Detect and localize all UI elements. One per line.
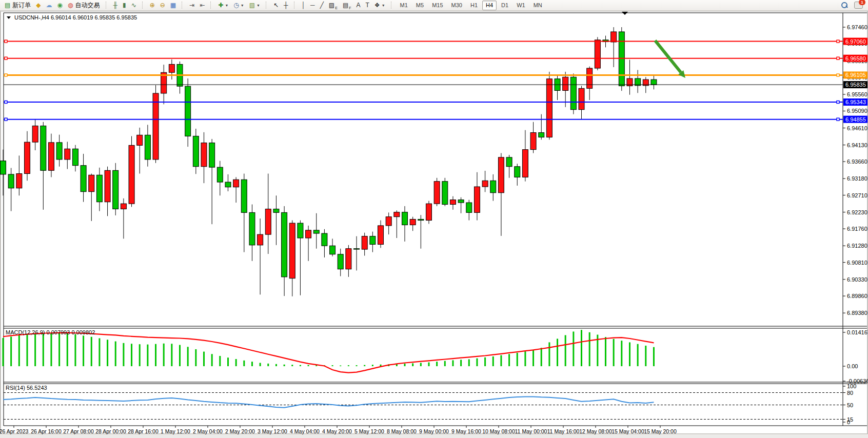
candle: [48, 143, 54, 170]
cloud-icon: ☁: [46, 1, 52, 10]
candle: [522, 150, 528, 177]
crosshair-button[interactable]: ┼: [281, 1, 291, 10]
line-chart-icon: ∿: [131, 1, 136, 10]
candle: [8, 174, 14, 188]
timeframe-m1[interactable]: M1: [397, 1, 411, 10]
text-label-button[interactable]: T: [363, 1, 372, 10]
chart-area[interactable]: 6.974606.969906.965106.960406.955606.950…: [0, 11, 868, 438]
text-button[interactable]: A: [354, 1, 363, 10]
chart-shift-button[interactable]: ⇤: [197, 1, 207, 10]
indicators-button[interactable]: ✚▼: [215, 1, 231, 10]
candle: [72, 149, 78, 165]
search-icon[interactable]: [841, 2, 848, 9]
notifications-icon[interactable]: 1: [854, 2, 863, 9]
svg-text:15 May 04:00: 15 May 04:00: [611, 428, 644, 434]
auto-scroll-button[interactable]: ⇥: [187, 1, 197, 10]
icon-subscript: F: [349, 6, 351, 10]
fibonacci-button[interactable]: ▤F: [340, 1, 354, 10]
clock-icon: ◷: [233, 1, 239, 10]
toolbar-separator: [391, 2, 394, 9]
vertical-line-button[interactable]: │: [299, 1, 308, 10]
new-order-button[interactable]: ▤新订单: [2, 1, 33, 10]
chart-window: 6.974606.969906.965106.960406.955606.950…: [0, 11, 868, 438]
svg-text:6.96105: 6.96105: [845, 72, 866, 78]
arrows-button[interactable]: ❖▼: [372, 1, 388, 10]
periods-button[interactable]: ◷▼: [231, 1, 246, 10]
candlestick-icon: ▮: [123, 1, 126, 10]
chart-shift-icon: ⇤: [200, 1, 205, 10]
timeframe-h4[interactable]: H4: [482, 1, 497, 10]
svg-text:11 May 16:00: 11 May 16:00: [547, 428, 580, 434]
svg-text:6.95343: 6.95343: [845, 99, 866, 105]
zoom-in-button[interactable]: ⊕: [147, 1, 157, 10]
svg-text:80: 80: [847, 390, 853, 396]
candle: [651, 79, 657, 85]
crosshair-icon: ┼: [284, 1, 288, 10]
candle: [201, 143, 207, 167]
candle: [579, 88, 584, 109]
templates-button[interactable]: ▧▼: [247, 1, 263, 10]
timeframe-w1[interactable]: W1: [513, 1, 529, 10]
candle: [426, 204, 431, 220]
timeframe-d1[interactable]: D1: [498, 1, 512, 10]
cursor-button[interactable]: ↖: [271, 1, 281, 10]
channel-icon: ▨: [329, 1, 334, 10]
timeframe-m15[interactable]: M15: [428, 1, 446, 10]
candle: [24, 142, 30, 173]
toolbar-group-cursor: ↖┼: [271, 0, 291, 10]
candle: [153, 93, 159, 160]
candle: [498, 157, 504, 193]
marketwatch-button[interactable]: ◆: [33, 1, 43, 10]
text-label-icon: T: [366, 1, 369, 10]
trendline-button[interactable]: ╱: [318, 1, 326, 10]
candle: [619, 32, 624, 86]
svg-text:50: 50: [847, 402, 853, 408]
vertical-line-icon: │: [302, 1, 306, 10]
chart-title: USDCNH-,H4 6.96014 6.96019 6.95835 6.958…: [14, 14, 137, 21]
navigator-button[interactable]: ☁: [44, 1, 55, 10]
tile-windows-icon: ▦: [170, 1, 176, 10]
svg-text:6.94855: 6.94855: [845, 116, 866, 123]
ohlc-bars-button[interactable]: ╫: [111, 1, 121, 10]
timeframe-h1[interactable]: H1: [467, 1, 481, 10]
line-chart-button[interactable]: ∿: [129, 1, 139, 10]
tile-windows-button[interactable]: ▦: [168, 1, 179, 10]
candle: [458, 200, 464, 203]
equidistant-channel-button[interactable]: ▨E: [326, 1, 340, 10]
candle: [56, 143, 62, 160]
candle: [16, 174, 22, 188]
dropdown-caret-icon[interactable]: ▼: [382, 4, 385, 7]
horizontal-line-icon: ─: [310, 1, 315, 10]
svg-text:6.92230: 6.92230: [847, 209, 867, 215]
timeframe-m30[interactable]: M30: [448, 1, 466, 10]
toolbar-separator: [266, 2, 269, 9]
candle: [386, 217, 391, 226]
zoom-out-button[interactable]: ⊖: [157, 1, 168, 10]
candle: [466, 203, 472, 212]
shapes-icon: ❖: [374, 1, 380, 10]
candle: [282, 212, 287, 277]
timeframe-mn[interactable]: MN: [530, 1, 546, 10]
new-order-button-label: 新订单: [12, 1, 31, 10]
autotrading-button[interactable]: ◍自动交易: [65, 1, 102, 10]
dropdown-caret-icon[interactable]: ▼: [257, 4, 260, 7]
autotrading-button-label: 自动交易: [75, 1, 100, 10]
svg-text:15 May 20:00: 15 May 20:00: [644, 428, 677, 434]
candle: [241, 180, 247, 212]
candle: [346, 249, 351, 269]
candle: [490, 181, 496, 192]
auto-scroll-icon: ⇥: [189, 1, 194, 10]
toolbar-group-draw: │─╱▨E▤FAT❖▼: [299, 0, 388, 10]
dropdown-caret-icon[interactable]: ▼: [225, 4, 228, 7]
horizontal-line-button[interactable]: ─: [308, 1, 318, 10]
candlestick-button[interactable]: ▮: [120, 1, 129, 10]
zoom-in-icon: ⊕: [150, 1, 155, 10]
candle: [121, 204, 126, 209]
signals-button[interactable]: ◉: [55, 1, 65, 10]
dropdown-caret-icon[interactable]: ▼: [241, 4, 244, 7]
text-icon: A: [357, 1, 361, 10]
candle: [587, 68, 593, 88]
toolbar-group-objects-add: ✚▼◷▼▧▼: [215, 0, 263, 10]
timeframe-m5[interactable]: M5: [412, 1, 427, 10]
candle: [289, 223, 295, 278]
